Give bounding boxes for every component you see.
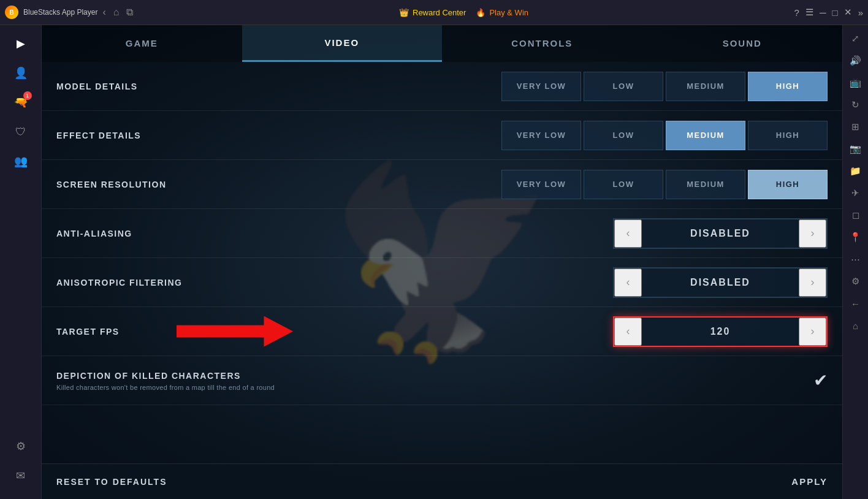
help-icon[interactable]: ? <box>794 7 799 18</box>
reset-defaults-button[interactable]: RESET TO DEFAULTS <box>56 477 167 487</box>
anisotropic-filtering-label: ANISOTROPIC FILTERING <box>56 278 216 288</box>
sidebar-item-settings[interactable]: ⚙ <box>7 433 34 460</box>
tab-controls[interactable]: CONTROLS <box>442 25 642 62</box>
rs-gear-icon[interactable]: ⚙ <box>846 272 866 291</box>
anisotropic-prev-btn[interactable]: ‹ <box>614 269 642 297</box>
main-layout: ▶ 👤 🔫 1 🛡 👥 ⚙ ✉ 🦅 GAME <box>0 25 868 499</box>
depiction-killed-row: DEPICTION OF KILLED CHARACTERS Killed ch… <box>42 356 842 405</box>
res-very-low-btn[interactable]: VERY LOW <box>501 170 581 199</box>
anisotropic-next-btn[interactable]: › <box>799 269 826 297</box>
crown-icon: 👑 <box>399 8 409 17</box>
target-fps-row: TARGET FPS ‹ 120 › <box>42 307 842 356</box>
depiction-killed-subtitle: Killed characters won't be removed from … <box>56 384 275 391</box>
target-fps-controls: ‹ 120 › <box>613 316 828 347</box>
anti-aliasing-controls: ‹ DISABLED › <box>613 218 828 249</box>
effect-very-low-btn[interactable]: VERY LOW <box>501 121 581 150</box>
minimize-icon[interactable]: ─ <box>820 7 826 18</box>
content-area: 🦅 GAME VIDEO CONTROLS SOUND MODEL DETAIL… <box>42 25 842 499</box>
sidebar-item-play[interactable]: ▶ <box>7 30 34 57</box>
anisotropic-filtering-controls: ‹ DISABLED › <box>613 267 828 298</box>
tabs-button[interactable]: ⧉ <box>126 7 133 18</box>
checkmark-icon[interactable]: ✔ <box>813 370 828 390</box>
sidebar-toggle-icon[interactable]: » <box>858 7 863 18</box>
target-fps-spinner: ‹ 120 › <box>613 316 828 347</box>
right-sidebar: ⤢ 🔊 📺 ↻ ⊞ 📷 📁 ✈ ◻ 📍 ⋯ ⚙ ← ⌂ <box>842 25 868 499</box>
reward-center-label: Reward Center <box>413 8 466 17</box>
screen-resolution-row: SCREEN RESOLUTION VERY LOW LOW MEDIUM HI… <box>42 160 842 209</box>
model-details-row: MODEL DETAILS VERY LOW LOW MEDIUM HIGH <box>42 62 842 111</box>
anti-aliasing-label: ANTI-ALIASING <box>56 229 216 238</box>
anti-aliasing-next-btn[interactable]: › <box>799 219 826 248</box>
app-title: BlueStacks App Player <box>23 8 97 17</box>
model-details-label: MODEL DETAILS <box>56 82 216 91</box>
settings-icon: ⚙ <box>16 440 26 453</box>
close-icon[interactable]: ✕ <box>844 7 852 18</box>
sidebar-item-shield[interactable]: 🛡 <box>7 118 34 145</box>
mail-icon: ✉ <box>16 469 25 482</box>
rs-refresh-icon[interactable]: ↻ <box>846 95 866 115</box>
effect-details-controls: VERY LOW LOW MEDIUM HIGH <box>501 121 828 150</box>
model-medium-btn[interactable]: MEDIUM <box>666 72 745 101</box>
target-fps-label: TARGET FPS <box>56 327 216 337</box>
target-fps-next-btn[interactable]: › <box>799 318 826 346</box>
rs-grid-icon[interactable]: ⊞ <box>846 117 866 137</box>
tab-video[interactable]: VIDEO <box>242 25 443 62</box>
rs-volume-icon[interactable]: 🔊 <box>846 51 866 70</box>
title-bar: B BlueStacks App Player ‹ ⌂ ⧉ 👑 Reward C… <box>0 0 868 25</box>
gun-badge: 1 <box>23 91 32 100</box>
apply-button[interactable]: APPLY <box>791 476 828 487</box>
depiction-killed-label-container: DEPICTION OF KILLED CHARACTERS Killed ch… <box>56 370 275 391</box>
res-low-btn[interactable]: LOW <box>584 170 663 199</box>
rs-camera-icon[interactable]: 📷 <box>846 139 866 159</box>
res-high-btn[interactable]: HIGH <box>748 170 828 199</box>
play-icon: ▶ <box>17 37 25 50</box>
back-button[interactable]: ‹ <box>102 7 105 18</box>
menu-icon[interactable]: ☰ <box>805 7 813 18</box>
maximize-icon[interactable]: □ <box>832 7 838 18</box>
rs-plane-icon[interactable]: ✈ <box>846 183 866 203</box>
rs-dots-icon[interactable]: ⋯ <box>846 250 866 269</box>
anisotropic-value: DISABLED <box>642 277 799 288</box>
play-win-label: Play & Win <box>489 8 528 17</box>
bottom-bar: RESET TO DEFAULTS APPLY <box>42 463 842 499</box>
depiction-killed-label: DEPICTION OF KILLED CHARACTERS <box>56 371 241 381</box>
model-high-btn[interactable]: HIGH <box>748 72 828 101</box>
app-logo: B <box>5 6 18 19</box>
rs-folder-icon[interactable]: 📁 <box>846 161 866 181</box>
rs-pin-icon[interactable]: 📍 <box>846 227 866 247</box>
title-bar-right: ? ☰ ─ □ ✕ » <box>794 7 863 18</box>
rs-home-icon[interactable]: ⌂ <box>846 316 866 335</box>
reward-center-button[interactable]: 👑 Reward Center <box>399 8 466 17</box>
rs-tv-icon[interactable]: 📺 <box>846 73 866 93</box>
title-bar-nav: ‹ ⌂ ⧉ <box>102 7 133 18</box>
sidebar-item-gun[interactable]: 🔫 1 <box>7 89 34 116</box>
sidebar-item-mail[interactable]: ✉ <box>7 462 34 489</box>
effect-low-btn[interactable]: LOW <box>584 121 663 150</box>
effect-details-label: EFFECT DETAILS <box>56 131 216 140</box>
anti-aliasing-spinner: ‹ DISABLED › <box>613 218 828 249</box>
home-button[interactable]: ⌂ <box>113 7 120 18</box>
rs-back-icon[interactable]: ← <box>846 294 866 313</box>
title-bar-left: B BlueStacks App Player ‹ ⌂ ⧉ <box>5 6 133 19</box>
tab-bar: GAME VIDEO CONTROLS SOUND <box>42 25 842 62</box>
anti-aliasing-prev-btn[interactable]: ‹ <box>614 219 642 248</box>
shield-icon: 🛡 <box>15 126 26 139</box>
model-very-low-btn[interactable]: VERY LOW <box>501 72 581 101</box>
target-fps-prev-btn[interactable]: ‹ <box>614 318 642 346</box>
rs-expand-icon[interactable]: ⤢ <box>846 29 866 48</box>
rs-eraser-icon[interactable]: ◻ <box>846 205 866 225</box>
sidebar-item-group[interactable]: 👥 <box>7 148 34 175</box>
effect-details-row: EFFECT DETAILS VERY LOW LOW MEDIUM HIGH <box>42 111 842 160</box>
effect-high-btn[interactable]: HIGH <box>748 121 828 150</box>
tab-sound[interactable]: SOUND <box>642 25 843 62</box>
model-details-controls: VERY LOW LOW MEDIUM HIGH <box>501 72 828 101</box>
effect-medium-btn[interactable]: MEDIUM <box>666 121 745 150</box>
screen-resolution-controls: VERY LOW LOW MEDIUM HIGH <box>501 170 828 199</box>
fire-icon: 🔥 <box>476 8 485 17</box>
res-medium-btn[interactable]: MEDIUM <box>666 170 745 199</box>
tab-game[interactable]: GAME <box>42 25 242 62</box>
sidebar-item-profile[interactable]: 👤 <box>7 59 34 86</box>
anti-aliasing-row: ANTI-ALIASING ‹ DISABLED › <box>42 209 842 258</box>
play-win-button[interactable]: 🔥 Play & Win <box>476 8 528 17</box>
model-low-btn[interactable]: LOW <box>584 72 663 101</box>
